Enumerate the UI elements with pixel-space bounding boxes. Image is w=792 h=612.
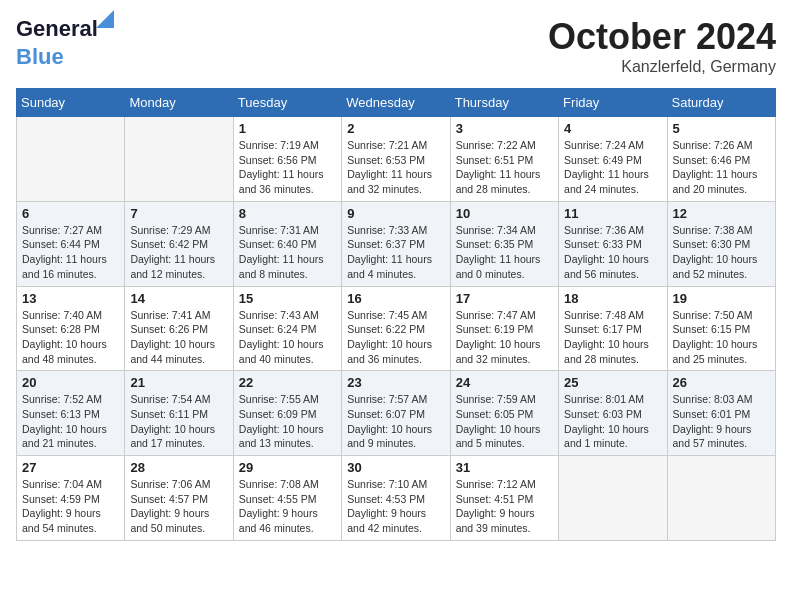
logo-blue: Blue (16, 44, 64, 69)
table-row: 24Sunrise: 7:59 AMSunset: 6:05 PMDayligh… (450, 371, 558, 456)
day-info: Sunrise: 7:26 AMSunset: 6:46 PMDaylight:… (673, 138, 770, 197)
day-info: Sunrise: 7:41 AMSunset: 6:26 PMDaylight:… (130, 308, 227, 367)
calendar-week-1: 1Sunrise: 7:19 AMSunset: 6:56 PMDaylight… (17, 117, 776, 202)
day-number: 11 (564, 206, 661, 221)
day-info: Sunrise: 7:12 AMSunset: 4:51 PMDaylight:… (456, 477, 553, 536)
table-row: 15Sunrise: 7:43 AMSunset: 6:24 PMDayligh… (233, 286, 341, 371)
table-row: 12Sunrise: 7:38 AMSunset: 6:30 PMDayligh… (667, 201, 775, 286)
table-row: 30Sunrise: 7:10 AMSunset: 4:53 PMDayligh… (342, 456, 450, 541)
day-info: Sunrise: 8:03 AMSunset: 6:01 PMDaylight:… (673, 392, 770, 451)
table-row (559, 456, 667, 541)
day-number: 26 (673, 375, 770, 390)
day-info: Sunrise: 7:43 AMSunset: 6:24 PMDaylight:… (239, 308, 336, 367)
day-number: 25 (564, 375, 661, 390)
calendar-week-3: 13Sunrise: 7:40 AMSunset: 6:28 PMDayligh… (17, 286, 776, 371)
day-number: 14 (130, 291, 227, 306)
day-number: 29 (239, 460, 336, 475)
table-row: 8Sunrise: 7:31 AMSunset: 6:40 PMDaylight… (233, 201, 341, 286)
table-row: 10Sunrise: 7:34 AMSunset: 6:35 PMDayligh… (450, 201, 558, 286)
table-row: 2Sunrise: 7:21 AMSunset: 6:53 PMDaylight… (342, 117, 450, 202)
day-info: Sunrise: 8:01 AMSunset: 6:03 PMDaylight:… (564, 392, 661, 451)
month-title: October 2024 (548, 16, 776, 58)
table-row: 6Sunrise: 7:27 AMSunset: 6:44 PMDaylight… (17, 201, 125, 286)
table-row: 17Sunrise: 7:47 AMSunset: 6:19 PMDayligh… (450, 286, 558, 371)
day-info: Sunrise: 7:04 AMSunset: 4:59 PMDaylight:… (22, 477, 119, 536)
day-info: Sunrise: 7:19 AMSunset: 6:56 PMDaylight:… (239, 138, 336, 197)
header-thursday: Thursday (450, 89, 558, 117)
day-number: 15 (239, 291, 336, 306)
day-number: 6 (22, 206, 119, 221)
day-number: 8 (239, 206, 336, 221)
location-subtitle: Kanzlerfeld, Germany (548, 58, 776, 76)
table-row: 28Sunrise: 7:06 AMSunset: 4:57 PMDayligh… (125, 456, 233, 541)
table-row: 20Sunrise: 7:52 AMSunset: 6:13 PMDayligh… (17, 371, 125, 456)
table-row: 21Sunrise: 7:54 AMSunset: 6:11 PMDayligh… (125, 371, 233, 456)
header-sunday: Sunday (17, 89, 125, 117)
table-row: 18Sunrise: 7:48 AMSunset: 6:17 PMDayligh… (559, 286, 667, 371)
header-monday: Monday (125, 89, 233, 117)
table-row: 11Sunrise: 7:36 AMSunset: 6:33 PMDayligh… (559, 201, 667, 286)
table-row: 22Sunrise: 7:55 AMSunset: 6:09 PMDayligh… (233, 371, 341, 456)
day-info: Sunrise: 7:57 AMSunset: 6:07 PMDaylight:… (347, 392, 444, 451)
svg-marker-0 (96, 10, 114, 28)
day-info: Sunrise: 7:40 AMSunset: 6:28 PMDaylight:… (22, 308, 119, 367)
day-number: 31 (456, 460, 553, 475)
header-wednesday: Wednesday (342, 89, 450, 117)
logo: General Blue (16, 16, 98, 70)
day-info: Sunrise: 7:24 AMSunset: 6:49 PMDaylight:… (564, 138, 661, 197)
day-number: 23 (347, 375, 444, 390)
day-info: Sunrise: 7:36 AMSunset: 6:33 PMDaylight:… (564, 223, 661, 282)
day-number: 28 (130, 460, 227, 475)
table-row (125, 117, 233, 202)
day-number: 1 (239, 121, 336, 136)
day-info: Sunrise: 7:45 AMSunset: 6:22 PMDaylight:… (347, 308, 444, 367)
day-number: 12 (673, 206, 770, 221)
day-number: 22 (239, 375, 336, 390)
day-info: Sunrise: 7:52 AMSunset: 6:13 PMDaylight:… (22, 392, 119, 451)
table-row: 25Sunrise: 8:01 AMSunset: 6:03 PMDayligh… (559, 371, 667, 456)
day-info: Sunrise: 7:29 AMSunset: 6:42 PMDaylight:… (130, 223, 227, 282)
calendar-table: Sunday Monday Tuesday Wednesday Thursday… (16, 88, 776, 541)
day-info: Sunrise: 7:54 AMSunset: 6:11 PMDaylight:… (130, 392, 227, 451)
day-number: 5 (673, 121, 770, 136)
day-info: Sunrise: 7:22 AMSunset: 6:51 PMDaylight:… (456, 138, 553, 197)
day-number: 20 (22, 375, 119, 390)
table-row: 5Sunrise: 7:26 AMSunset: 6:46 PMDaylight… (667, 117, 775, 202)
table-row: 1Sunrise: 7:19 AMSunset: 6:56 PMDaylight… (233, 117, 341, 202)
day-number: 30 (347, 460, 444, 475)
table-row: 7Sunrise: 7:29 AMSunset: 6:42 PMDaylight… (125, 201, 233, 286)
weekday-header-row: Sunday Monday Tuesday Wednesday Thursday… (17, 89, 776, 117)
calendar-week-2: 6Sunrise: 7:27 AMSunset: 6:44 PMDaylight… (17, 201, 776, 286)
logo-general: General (16, 16, 98, 41)
day-number: 21 (130, 375, 227, 390)
day-number: 18 (564, 291, 661, 306)
day-number: 2 (347, 121, 444, 136)
day-number: 3 (456, 121, 553, 136)
day-number: 7 (130, 206, 227, 221)
day-number: 24 (456, 375, 553, 390)
table-row (667, 456, 775, 541)
day-number: 17 (456, 291, 553, 306)
header-saturday: Saturday (667, 89, 775, 117)
day-info: Sunrise: 7:10 AMSunset: 4:53 PMDaylight:… (347, 477, 444, 536)
day-number: 27 (22, 460, 119, 475)
day-number: 16 (347, 291, 444, 306)
table-row: 27Sunrise: 7:04 AMSunset: 4:59 PMDayligh… (17, 456, 125, 541)
title-section: October 2024 Kanzlerfeld, Germany (548, 16, 776, 76)
table-row: 23Sunrise: 7:57 AMSunset: 6:07 PMDayligh… (342, 371, 450, 456)
logo-arrow-icon (96, 10, 114, 28)
day-info: Sunrise: 7:21 AMSunset: 6:53 PMDaylight:… (347, 138, 444, 197)
table-row: 14Sunrise: 7:41 AMSunset: 6:26 PMDayligh… (125, 286, 233, 371)
table-row: 13Sunrise: 7:40 AMSunset: 6:28 PMDayligh… (17, 286, 125, 371)
day-number: 10 (456, 206, 553, 221)
day-number: 19 (673, 291, 770, 306)
page-header: General Blue October 2024 Kanzlerfeld, G… (16, 16, 776, 76)
day-info: Sunrise: 7:48 AMSunset: 6:17 PMDaylight:… (564, 308, 661, 367)
day-info: Sunrise: 7:31 AMSunset: 6:40 PMDaylight:… (239, 223, 336, 282)
day-number: 9 (347, 206, 444, 221)
table-row: 9Sunrise: 7:33 AMSunset: 6:37 PMDaylight… (342, 201, 450, 286)
table-row: 26Sunrise: 8:03 AMSunset: 6:01 PMDayligh… (667, 371, 775, 456)
header-tuesday: Tuesday (233, 89, 341, 117)
day-info: Sunrise: 7:06 AMSunset: 4:57 PMDaylight:… (130, 477, 227, 536)
day-info: Sunrise: 7:59 AMSunset: 6:05 PMDaylight:… (456, 392, 553, 451)
